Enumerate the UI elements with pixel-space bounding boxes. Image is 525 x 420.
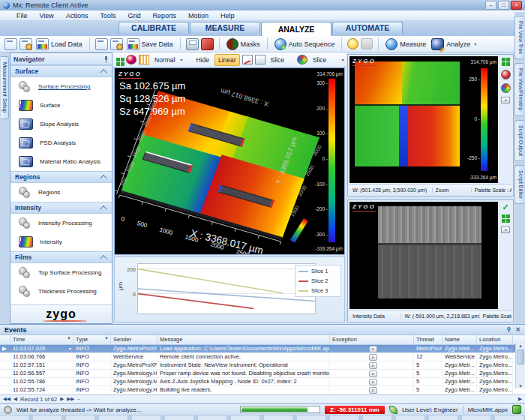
3d-view-icon[interactable] (126, 55, 136, 64)
pin-icon[interactable] (103, 56, 109, 62)
save-data-button[interactable]: Save Data (125, 38, 175, 50)
sidebar-item-top-surface-processing[interactable]: Top Surface Processing (10, 263, 112, 282)
sidebar-item-material-ratio-analysis[interactable]: Material Ratio Analysis (10, 152, 112, 171)
view-mode-dropdown-icon[interactable]: ▾ (180, 57, 182, 62)
zoom-view-image-area[interactable]: ZYGO 250 -0 --250 - 314.706 µm -333.264 … (350, 56, 498, 183)
menu-item-grid[interactable]: Grid (122, 12, 146, 20)
menu-item-help[interactable]: Help (214, 12, 241, 20)
section-header-regions[interactable]: Regions (10, 171, 112, 183)
event-log-row[interactable]: 11:03:06.766INFOWebServiceRemote client … (0, 353, 525, 362)
intensity-palette-scale[interactable]: Palette Scale : PV (480, 314, 512, 319)
slice-analysis-icon[interactable] (297, 55, 308, 64)
sidebar-item-regions[interactable]: Regions (10, 183, 112, 202)
tab-measure[interactable]: MEASURE (190, 22, 260, 34)
right-tab-file-view-tree[interactable]: File View Tree (514, 16, 524, 59)
sidebar-item-surface-processing[interactable]: Surface Processing (10, 77, 112, 96)
right-tab-script-editor[interactable]: Script Editor (514, 165, 524, 204)
section-header-intensity[interactable]: Intensity (10, 202, 112, 214)
pin-icon[interactable]: ⚲ (506, 326, 511, 333)
menu-item-file[interactable]: File (10, 12, 34, 20)
event-log-row[interactable]: 11:02:55.724INFOZygo.Metrology.H...Build… (0, 386, 525, 394)
toolbar-overflow-icon[interactable]: ▾ (474, 41, 476, 46)
next-record-button[interactable]: ▶ (60, 396, 64, 402)
collapse-chevron-icon[interactable] (100, 254, 107, 262)
measurement-setup-tab[interactable]: Measurement Setup (1, 56, 9, 119)
tile-view-icon[interactable] (502, 58, 506, 62)
profile-chart-icon[interactable] (242, 55, 253, 64)
sidebar-item-surface[interactable]: Surface (10, 96, 112, 115)
right-tab-file-view-filmstrip[interactable]: File View/Filmstrip (514, 63, 524, 116)
palette-mode-icon[interactable] (139, 55, 149, 64)
3d-view-icon[interactable] (501, 70, 511, 80)
slice-analysis-button[interactable]: Slice Analysis (310, 55, 340, 65)
sidebar-item-slope-analysis[interactable]: Slope Analysis (10, 115, 112, 134)
maximize-button[interactable]: □ (498, 1, 509, 10)
column-header-sender[interactable]: Sender (111, 335, 158, 344)
event-log-row[interactable]: 11:02:56.557INFOZygo.Metrology.H...Prope… (0, 370, 525, 378)
section-header-surface[interactable]: Surface (10, 65, 112, 77)
delete-record-button[interactable]: − (77, 397, 80, 402)
hide-button[interactable]: Hide (193, 55, 212, 65)
intensity-image-area[interactable]: ZYGO (350, 202, 498, 309)
masks-button[interactable]: Masks (225, 38, 262, 50)
menu-item-view[interactable]: View (34, 12, 60, 20)
plot-toolbar-overflow-icon[interactable]: ▾ (342, 57, 344, 62)
menu-item-actions[interactable]: Actions (60, 12, 94, 20)
tab-automate[interactable]: AUTOMATE (332, 22, 403, 34)
sidebar-item-thickness-processing[interactable]: Thickness Processing (10, 282, 112, 301)
linear-button[interactable]: Linear (214, 54, 240, 66)
menu-item-motion[interactable]: Motion (182, 12, 214, 20)
column-header-exception[interactable]: Exception (330, 335, 414, 344)
event-log-row[interactable]: 11:02:55.786INFOZygo.Metrology.M...Axis … (0, 378, 525, 386)
column-header-name[interactable]: Name (442, 335, 477, 344)
slice-results-icon[interactable] (255, 55, 266, 64)
sidebar-item-intensity-processing[interactable]: Intensity Processing (10, 214, 112, 232)
load-settings-icon[interactable] (20, 38, 32, 50)
load-data-button[interactable]: Load Data (34, 38, 84, 50)
analyze-button[interactable]: Analyze (430, 38, 472, 50)
minimize-button[interactable]: – (485, 1, 496, 10)
right-tab-script-output[interactable]: Script Output (514, 120, 524, 161)
close-panel-icon[interactable]: ✕ (515, 326, 520, 333)
zoom-palette-scale[interactable]: Palette Scale : Auto (472, 188, 512, 193)
collapse-chevron-icon[interactable] (100, 174, 107, 182)
time-dropdown-icon[interactable]: ▾ (69, 345, 71, 352)
light-level-icon[interactable] (347, 38, 358, 50)
zoom-mode-label[interactable]: Zoom (433, 188, 472, 193)
sort-filter-icon[interactable]: ▼ (67, 336, 71, 340)
sidebar-item-intensity[interactable]: Intensity (10, 232, 112, 251)
more-tools-icon[interactable]: ◂ (501, 226, 510, 233)
print-icon[interactable] (186, 38, 199, 50)
load-recent-icon[interactable] (4, 38, 17, 50)
tab-analyze[interactable]: ANALYZE (261, 22, 332, 36)
sort-filter-icon[interactable]: ▼ (104, 336, 109, 340)
view-mode-select[interactable]: Normal (152, 55, 178, 65)
column-header-thread[interactable]: Thread (414, 335, 442, 344)
measure-button[interactable]: Measure (384, 38, 428, 50)
column-header-message[interactable]: Message (158, 335, 330, 344)
tab-calibrate[interactable]: CALIBRATE (118, 22, 189, 34)
menu-item-reports[interactable]: Reports (146, 12, 182, 20)
column-header-location[interactable]: Location (477, 335, 513, 344)
surface-3d-view[interactable]: ZYGO Sa 102.675 µmSq 128.526 µmSz 647.96… (114, 68, 345, 255)
event-log-row[interactable]: 11:02:57.151INFOZygo.MetroProXP....Instr… (0, 362, 525, 370)
accept-icon[interactable]: ✓ (502, 203, 508, 211)
first-record-button[interactable]: ◀◀ (3, 396, 10, 402)
h-scroll-right-icon[interactable]: ▶ (518, 396, 522, 402)
collapse-chevron-icon[interactable] (100, 68, 107, 76)
column-header-time[interactable]: Time▼ (10, 335, 74, 344)
menu-item-tools[interactable]: Tools (94, 12, 122, 20)
column-header-type[interactable]: Type▼ (74, 335, 111, 344)
prev-record-button[interactable]: ◀ (14, 396, 17, 402)
events-vertical-scrollbar[interactable]: ▲▼ (515, 344, 525, 388)
report-icon[interactable] (201, 38, 214, 50)
tile-view-icon[interactable] (116, 58, 120, 62)
close-button[interactable]: × (511, 1, 522, 10)
section-header-films[interactable]: Films (10, 251, 112, 263)
collapse-chevron-icon[interactable] (100, 205, 107, 212)
auto-sequence-button[interactable]: Auto Sequence (273, 38, 337, 50)
sidebar-item-psd-analysis[interactable]: PSD Analysis (10, 134, 112, 152)
slice-results-button[interactable]: Slice Results (268, 55, 295, 65)
save-copy-icon[interactable] (95, 38, 108, 50)
save-settings-icon[interactable] (110, 38, 123, 50)
